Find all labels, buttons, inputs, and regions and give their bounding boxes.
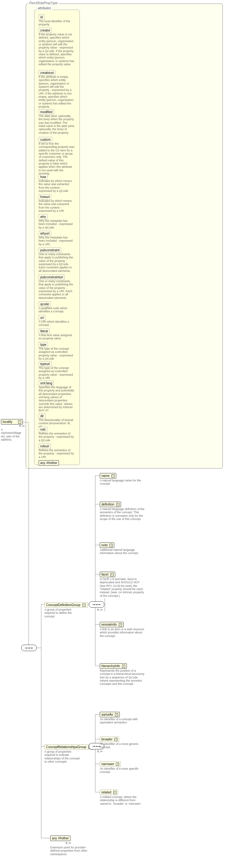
group-name: ConceptRelationshipsGroup <box>46 745 86 749</box>
attribute-role[interactable]: role <box>39 427 47 432</box>
attribute-custom[interactable]: custom <box>39 137 52 142</box>
concept-relationships-group-description: A group of properties required to indica… <box>45 750 82 763</box>
attribute-roleuri[interactable]: roleuri <box>39 443 51 449</box>
attribute-description: If the property value is not defined, sp… <box>39 33 75 66</box>
expand-icon[interactable]: + <box>116 763 119 766</box>
element-name: broader <box>102 738 112 741</box>
attribute-qcode[interactable]: qcode <box>39 302 51 307</box>
element-description: An identifier of a concept with equivale… <box>100 718 145 724</box>
element-name: remoteInfo <box>102 623 117 626</box>
element-description: An identifier of a more specific concept… <box>100 767 145 774</box>
expand-icon[interactable]: + <box>110 544 113 547</box>
attribute-how[interactable]: how <box>39 174 48 180</box>
attribute-description: Indicates by which means the value was e… <box>39 179 75 192</box>
attribute-id[interactable]: id <box>39 14 45 20</box>
attribute-howuri[interactable]: howuri <box>39 194 51 199</box>
expand-icon[interactable]: + <box>115 713 118 716</box>
attribute-pubconstraint[interactable]: pubconstraint <box>39 247 61 253</box>
attribute-dir[interactable]: dir <box>39 413 46 419</box>
attribute-description: If set to true the corresponding propert… <box>39 142 75 175</box>
attribute-uri[interactable]: uri <box>39 315 46 320</box>
type-name: Flex1RolePropType <box>28 1 59 5</box>
attribute-description: The type of the concept assigned as cont… <box>39 347 75 360</box>
attribute-description: A URI which identifies a concept. <box>39 320 75 327</box>
expand-icon[interactable]: + <box>110 573 114 576</box>
root-element-name: locality <box>3 420 12 424</box>
element-sameAs[interactable]: sameAs+ <box>100 712 120 717</box>
attribute-description: The local identifier of the property. <box>39 20 75 26</box>
element-name: note <box>102 544 108 547</box>
element-definition[interactable]: definition+ <box>100 502 121 507</box>
root-description: A city/town/village etc. part of the add… <box>1 428 22 441</box>
attribute-creatoruri[interactable]: creatoruri <box>39 70 55 75</box>
occurrence-cdg: 0..∞ <box>97 608 103 611</box>
element-name: definition <box>102 503 114 506</box>
element-note[interactable]: note+ <box>100 542 114 548</box>
element-name[interactable]: name+ <box>100 473 116 478</box>
any-other-attribute[interactable]: any ##other <box>39 460 59 466</box>
element-broader[interactable]: broader+ <box>100 737 119 742</box>
root-occurrence: 0..∞ <box>19 424 25 427</box>
attribute-modified[interactable]: modified <box>39 109 54 115</box>
element-related[interactable]: related+ <box>100 789 118 795</box>
occurrence-crg: 0..∞ <box>97 750 103 753</box>
svg-line-1 <box>105 598 105 604</box>
attribute-description: Refines the semantics of the property - … <box>39 432 75 442</box>
svg-line-0 <box>105 604 105 611</box>
attribute-description: One or many constraints that apply to pu… <box>39 253 75 273</box>
attribute-why[interactable]: why <box>39 214 48 219</box>
element-name: related <box>102 790 111 794</box>
attributes-label: attributes <box>37 6 52 10</box>
element-name: name <box>102 474 110 477</box>
element-name: facet <box>102 573 109 576</box>
element-name: sameAs <box>102 713 113 716</box>
group-name: ConceptDefinitionGroup <box>46 603 81 607</box>
element-description: Represents the position of a concept in … <box>100 669 145 686</box>
element-description: In NAR 1.8 and later, facet is deprecate… <box>100 578 145 597</box>
root-element[interactable]: locality − <box>1 419 23 425</box>
sequence-connector-cdg[interactable] <box>89 601 104 608</box>
attribute-typeuri[interactable]: typeuri <box>39 361 52 367</box>
attribute-description: Refines the semantics of the property - … <box>39 448 75 459</box>
any-other-element[interactable]: any ##other <box>50 836 70 841</box>
attribute-xml-lang[interactable]: xml:lang <box>39 380 54 386</box>
expand-icon[interactable]: + <box>113 791 116 794</box>
sequence-connector[interactable] <box>21 645 37 651</box>
attribute-description: The date (and, optionally, the time) whe… <box>39 115 75 134</box>
concept-relationships-group[interactable]: ConceptRelationshipsGroup + <box>45 744 94 750</box>
collapse-icon[interactable]: − <box>18 420 21 424</box>
occurrence-any-other: 0..∞ <box>66 841 71 844</box>
attribute-description: A free-text value assigned as property v… <box>39 334 75 340</box>
element-remoteInfo[interactable]: remoteInfo+ <box>100 622 123 627</box>
attribute-literal[interactable]: literal <box>39 329 50 334</box>
element-description: A natural language definition of the sem… <box>100 507 145 521</box>
expand-icon[interactable]: + <box>82 603 86 607</box>
attribute-type[interactable]: type <box>39 342 48 347</box>
expand-icon[interactable]: + <box>116 503 119 506</box>
element-description: A link to an item or a web resource whic… <box>100 628 145 638</box>
element-description: Additional natural language information … <box>100 548 145 555</box>
attribute-pubconstrainturi[interactable]: pubconstrainturi <box>39 274 65 280</box>
element-narrower[interactable]: narrower+ <box>100 761 121 767</box>
element-description: A natural language name for the concept. <box>100 479 145 486</box>
expand-icon[interactable]: + <box>122 664 125 668</box>
element-description: An identifier of a more generic concept. <box>100 742 145 749</box>
concept-definition-group[interactable]: ConceptDefinitionGroup + <box>45 602 88 608</box>
element-name: hierarchyInfo <box>102 664 120 668</box>
expand-icon[interactable]: + <box>119 623 122 626</box>
concept-definition-group-description: A group of properties required to define… <box>45 608 82 618</box>
expand-icon[interactable]: + <box>111 474 115 477</box>
element-description: A related concept, where the relationshi… <box>100 795 145 805</box>
expand-icon[interactable]: + <box>114 738 117 741</box>
element-hierarchyInfo[interactable]: hierarchyInfo+ <box>100 663 127 669</box>
any-other-description: Extension point for provider-defined pro… <box>50 846 88 856</box>
attribute-description: A qualified code which identifies a conc… <box>39 307 75 313</box>
attribute-whyuri[interactable]: whyuri <box>39 231 51 236</box>
attribute-creator[interactable]: creator <box>39 28 52 33</box>
attribute-description: Why the metadata has been included - exp… <box>39 219 75 229</box>
attribute-description: The type of the concept assigned as cont… <box>39 366 75 379</box>
element-name: narrower <box>102 762 114 766</box>
attribute-description: One or many constraints that apply to pu… <box>39 280 75 300</box>
attribute-description: If the attribute is empty, specifies whi… <box>39 75 75 108</box>
element-facet[interactable]: facet+ <box>100 572 115 577</box>
